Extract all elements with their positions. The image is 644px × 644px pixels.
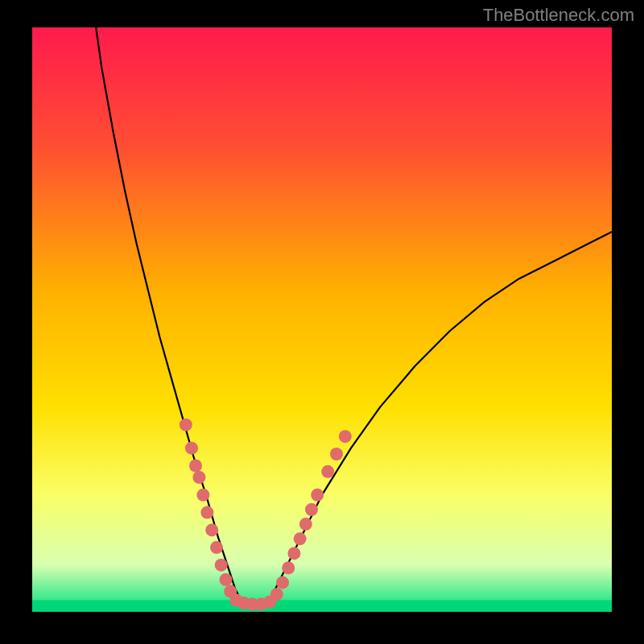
- data-dot: [200, 506, 213, 519]
- data-dot: [330, 448, 343, 460]
- data-dot: [305, 503, 318, 516]
- data-dot: [189, 460, 202, 473]
- gradient-background: [32, 27, 612, 612]
- data-dot: [180, 419, 192, 431]
- data-dot: [270, 588, 283, 601]
- data-dot: [276, 576, 289, 589]
- data-dot: [339, 430, 352, 443]
- data-dot: [287, 547, 300, 559]
- frame-right: [612, 0, 644, 644]
- bottleneck-chart: [0, 0, 644, 644]
- data-dot: [185, 442, 198, 455]
- data-dot: [311, 489, 324, 502]
- floor-band: [32, 600, 612, 612]
- data-dot: [220, 573, 233, 586]
- data-dot: [196, 489, 209, 502]
- data-dot: [282, 562, 295, 575]
- data-dot: [215, 559, 228, 572]
- data-dot: [321, 465, 334, 478]
- data-dot: [299, 518, 312, 530]
- data-dot: [192, 471, 205, 484]
- frame-bottom: [0, 612, 644, 644]
- data-dot: [294, 532, 307, 545]
- frame-left: [0, 0, 32, 644]
- data-dot: [205, 523, 218, 536]
- data-dot: [210, 541, 223, 554]
- watermark-text: TheBottleneck.com: [483, 5, 634, 26]
